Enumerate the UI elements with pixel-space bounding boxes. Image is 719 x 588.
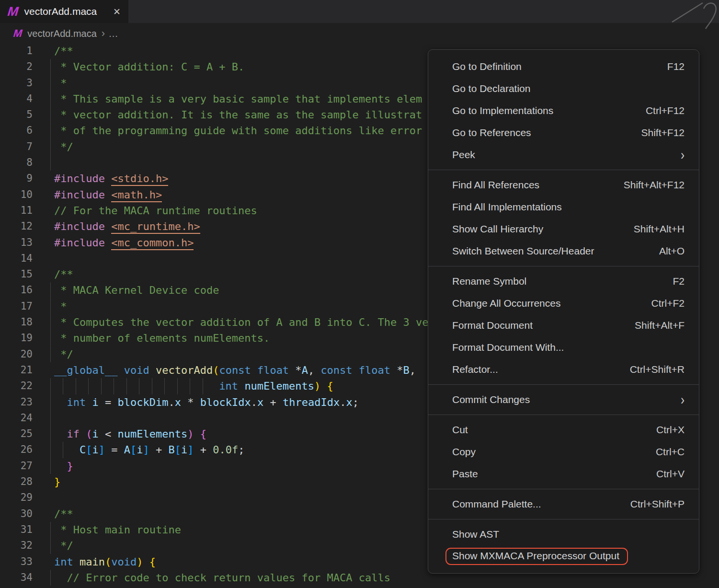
menu-item-go-to-definition[interactable]: Go to DefinitionF12 [428, 56, 699, 78]
code-token [54, 380, 219, 392]
code-token: * vector addition. It is the same as the… [54, 109, 422, 121]
menu-item-peek[interactable]: Peek› [428, 144, 699, 166]
menu-item-switch-between-source-header[interactable]: Switch Between Source/HeaderAlt+O [428, 240, 699, 262]
indent-guide [203, 378, 203, 394]
code-token [54, 396, 67, 408]
menu-item-refactor[interactable]: Refactor...Ctrl+Shift+R [428, 358, 699, 380]
code-token: ( [213, 364, 219, 376]
menu-item-show-ast[interactable]: Show AST [428, 523, 699, 545]
tab-vectoradd-maca[interactable]: M vectorAdd.maca ✕ [0, 0, 128, 23]
code-token: * [390, 364, 403, 376]
menu-item-command-palette[interactable]: Command Palette...Ctrl+Shift+P [428, 493, 699, 515]
code-token: ) [187, 428, 194, 440]
code-token: blockIdx [200, 396, 251, 408]
code-token: [ [130, 444, 137, 456]
indent-guide [164, 378, 165, 394]
indent-guide [50, 91, 51, 107]
line-number: 32 [0, 538, 33, 553]
code-token: * Host main routine [54, 524, 181, 536]
line-number: 11 [0, 203, 33, 219]
menu-item-label: Copy [452, 446, 476, 458]
indent-guide [50, 458, 51, 474]
menu-item-label: Change All Occurrences [452, 298, 560, 309]
line-number: 17 [0, 299, 33, 314]
indent-guide [139, 378, 139, 394]
breadcrumb-more[interactable]: ... [109, 28, 118, 39]
code-token: int [54, 556, 73, 568]
breadcrumb-file[interactable]: vectorAdd.maca [27, 28, 97, 39]
menu-separator [428, 489, 699, 489]
menu-shortcut: Ctrl+F12 [646, 105, 685, 116]
line-number: 29 [0, 490, 33, 506]
code-token [251, 364, 257, 376]
code-token: <mc_runtime.h> [111, 220, 200, 234]
indent-guide [50, 59, 51, 75]
menu-item-format-document[interactable]: Format DocumentShift+Alt+F [428, 314, 699, 336]
maca-file-icon-small: M [13, 28, 23, 39]
code-token: int [219, 380, 238, 392]
menu-item-format-document-with[interactable]: Format Document With... [428, 336, 699, 358]
menu-item-commit-changes[interactable]: Commit Changes› [428, 389, 699, 411]
menu-item-go-to-declaration[interactable]: Go to Declaration [428, 78, 699, 100]
menu-item-find-all-references[interactable]: Find All ReferencesShift+Alt+F12 [428, 174, 699, 196]
code-token: blockDim [118, 396, 169, 408]
submenu-chevron-icon: › [681, 148, 685, 162]
line-number: 12 [0, 219, 33, 234]
menu-item-label: Show Call Hierarchy [452, 223, 543, 235]
menu-shortcut: Ctrl+Shift+P [630, 498, 685, 510]
code-token: * MACA Kernel Device code [54, 284, 219, 296]
code-token: [ [86, 444, 92, 456]
code-token: 0.0f [213, 444, 238, 456]
menu-item-change-all-occurrences[interactable]: Change All OccurrencesCtrl+F2 [428, 292, 699, 314]
code-token: if [67, 428, 80, 440]
code-token: B [403, 364, 410, 376]
code-token [54, 572, 67, 584]
indent-guide [76, 378, 76, 394]
code-token: * number of elements numElements. [54, 332, 270, 344]
menu-shortcut: Shift+Alt+H [634, 223, 685, 235]
menu-item-show-mxmaca-preprocessor-output[interactable]: Show MXMACA Preprocessor Output [428, 545, 699, 567]
code-token: * Vector addition: C = A + B. [54, 61, 244, 73]
menu-separator [428, 384, 699, 385]
code-token: ) [314, 380, 320, 392]
code-token: . [251, 396, 257, 408]
menu-item-label: Peek [452, 149, 475, 161]
indent-guide [50, 570, 51, 586]
code-token [54, 460, 67, 472]
code-token [54, 428, 67, 440]
code-token: float [359, 364, 390, 376]
menu-item-go-to-references[interactable]: Go to ReferencesShift+F12 [428, 122, 699, 144]
menu-item-paste[interactable]: PasteCtrl+V [428, 463, 699, 485]
menu-item-label: Switch Between Source/Header [452, 245, 594, 257]
breadcrumb[interactable]: M vectorAdd.maca › ... [0, 23, 719, 44]
tab-close-icon[interactable]: ✕ [111, 5, 123, 18]
code-token: + [263, 396, 283, 408]
code-token: i [92, 444, 98, 456]
menu-item-show-call-hierarchy[interactable]: Show Call HierarchyShift+Alt+H [428, 218, 699, 240]
line-number: 33 [0, 554, 33, 570]
line-number: 24 [0, 410, 33, 426]
code-token: // For the MACA runtime routines [54, 205, 257, 217]
line-number: 25 [0, 426, 33, 442]
menu-item-go-to-implementations[interactable]: Go to ImplementationsCtrl+F12 [428, 100, 699, 122]
code-token: #include [54, 220, 111, 232]
code-token [238, 380, 244, 392]
line-number: 23 [0, 394, 33, 410]
code-token: * [54, 300, 67, 312]
code-token: */ [54, 348, 73, 360]
code-token [194, 428, 200, 440]
code-token: __global__ [54, 364, 117, 376]
code-token: */ [54, 540, 73, 552]
menu-shortcut: F12 [667, 61, 685, 72]
indent-guide [50, 282, 51, 298]
line-number: 6 [0, 123, 33, 138]
code-token: ( [105, 556, 111, 568]
code-token: . [168, 396, 174, 408]
menu-item-copy[interactable]: CopyCtrl+C [428, 441, 699, 463]
code-token: ) [137, 556, 143, 568]
menu-item-find-all-implementations[interactable]: Find All Implementations [428, 196, 699, 218]
line-number: 8 [0, 155, 33, 171]
menu-item-cut[interactable]: CutCtrl+X [428, 419, 699, 441]
code-token: /** [54, 508, 73, 520]
menu-item-rename-symbol[interactable]: Rename SymbolF2 [428, 270, 699, 292]
